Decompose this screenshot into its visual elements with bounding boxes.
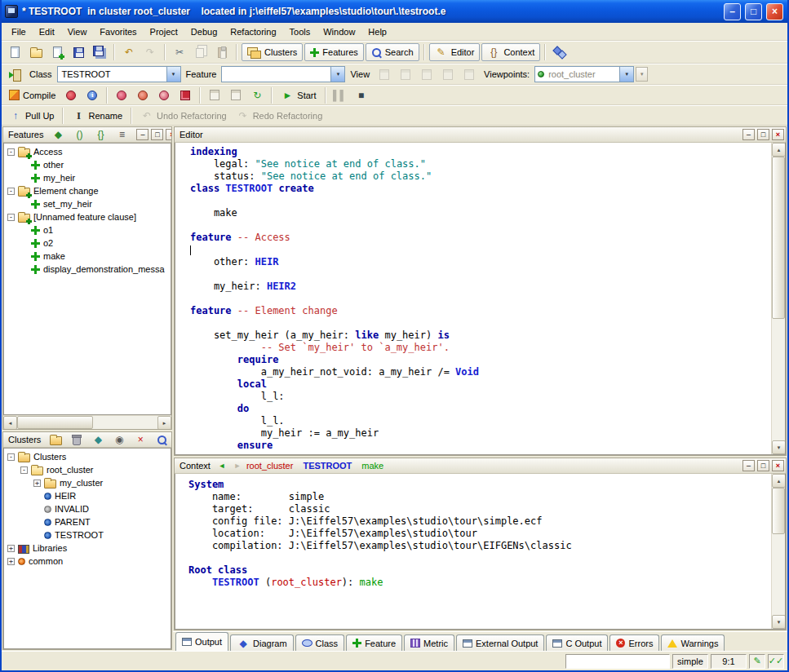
features-horizontal-scrollbar[interactable]: ◄ ► [3, 415, 171, 429]
scroll-thumb[interactable] [772, 157, 785, 319]
tab-metric[interactable]: Metric [404, 634, 454, 651]
redo-icon[interactable]: ↷ [140, 43, 160, 61]
formatter-interface-icon[interactable] [459, 65, 479, 83]
show-icon[interactable]: ◉ [109, 431, 129, 449]
formatter-clickable-icon[interactable] [396, 65, 415, 83]
diagram-tool-icon[interactable] [550, 43, 570, 61]
precompile-icon[interactable] [154, 86, 174, 104]
scroll-up-button[interactable]: ▲ [772, 143, 786, 157]
tree-item-parent[interactable]: PARENT [4, 515, 171, 528]
tree-item-libraries[interactable]: +Libraries [4, 542, 171, 555]
scroll-left-button[interactable]: ◄ [3, 416, 17, 430]
feature-list-icon[interactable]: ≡ [112, 126, 131, 144]
tree-item-heir[interactable]: HEIR [4, 489, 171, 502]
tree-item-make[interactable]: make [4, 250, 171, 263]
tab-errors[interactable]: ×Errors [609, 634, 659, 651]
tree-item-access[interactable]: -Access [4, 145, 171, 158]
scroll-track[interactable] [772, 534, 785, 615]
undo-refactoring-button[interactable]: ↶Undo Refactoring [136, 107, 231, 125]
features-close-button[interactable]: × [166, 129, 172, 140]
editor-panel-header[interactable]: Editor – □ × [175, 127, 786, 143]
editor-vertical-scrollbar[interactable]: ▲ ▼ [771, 143, 785, 454]
menu-edit[interactable]: Edit [33, 24, 61, 39]
tree-expander[interactable]: - [7, 214, 15, 221]
context-panel-header[interactable]: Context ◄ ► root_clusterTESTROOTmake – □… [175, 458, 786, 474]
breadcrumb-TESTROOT[interactable]: TESTROOT [303, 461, 352, 471]
scroll-up-button[interactable]: ▲ [772, 474, 786, 488]
menu-project[interactable]: Project [144, 24, 184, 39]
tree-item-unnamed-feature-clause[interactable]: -[Unnamed feature clause] [4, 210, 171, 223]
tree-expander[interactable]: + [7, 545, 15, 552]
features-minimize-button[interactable]: – [136, 129, 148, 140]
breadcrumb-make[interactable]: make [361, 461, 383, 471]
delete-icon[interactable] [67, 431, 86, 449]
tree-item-element-change[interactable]: -Element change [4, 184, 171, 197]
tree-item-clusters[interactable]: -Clusters [4, 450, 171, 463]
clusters-panel-header[interactable]: Clusters ◆◉× – □ × [3, 432, 171, 448]
editor-close-button[interactable]: × [772, 129, 784, 140]
tree-item-testroot[interactable]: TESTROOT [4, 528, 171, 542]
tab-c-output[interactable]: C Output [546, 634, 608, 651]
titlebar[interactable]: * TESTROOT in cluster root_cluster locat… [2, 0, 787, 23]
open-file-icon[interactable] [26, 43, 46, 61]
scroll-down-button[interactable]: ▼ [772, 440, 786, 454]
feature-combobox-arrow[interactable]: ▼ [330, 67, 344, 82]
rename-button[interactable]: IRename [68, 107, 126, 125]
pause-icon[interactable]: ▌▌ [330, 86, 350, 104]
tab-class[interactable]: Class [295, 634, 345, 651]
breadcrumb-root_cluster[interactable]: root_cluster [246, 461, 293, 471]
features-button[interactable]: Features [304, 43, 363, 61]
viewpoints-extra-arrow[interactable]: ▼ [636, 67, 648, 82]
viewpoints-combobox[interactable]: root_cluster ▼ [534, 66, 634, 82]
menu-help[interactable]: Help [361, 24, 393, 39]
search-small-icon[interactable] [152, 431, 171, 449]
tree-item-set-my-heir[interactable]: set_my_heir [4, 197, 171, 210]
tree-item-my-heir[interactable]: my_heir [4, 171, 171, 184]
context-vertical-scrollbar[interactable]: ▲ ▼ [771, 474, 785, 629]
tab-warnings[interactable]: Warnings [661, 634, 725, 651]
context-close-button[interactable]: × [772, 460, 784, 471]
new-file-icon[interactable] [5, 43, 24, 61]
tree-expander[interactable]: - [7, 148, 15, 156]
save-all-icon[interactable] [90, 43, 109, 61]
start-button[interactable]: ►Start [277, 86, 320, 104]
menu-tools[interactable]: Tools [283, 24, 317, 39]
menu-refactoring[interactable]: Refactoring [224, 24, 282, 39]
compile-info-icon[interactable]: i [82, 86, 102, 104]
editor-minimize-button[interactable]: – [742, 129, 755, 140]
editor-restore-button[interactable]: □ [757, 129, 769, 140]
outline-one-icon[interactable] [205, 86, 224, 104]
pull-up-button[interactable]: ↑Pull Up [5, 107, 58, 125]
scroll-track[interactable] [772, 319, 785, 440]
tree-expander[interactable]: + [7, 558, 15, 565]
tree-item-other[interactable]: other [4, 158, 171, 171]
status-input-field[interactable] [565, 654, 670, 669]
tree-item-invalid[interactable]: INVALID [4, 502, 171, 515]
features-panel-header[interactable]: Features ◆(){}≡ – □ × [3, 127, 171, 143]
tree-item-my-cluster[interactable]: +my_cluster [4, 476, 171, 489]
tab-feature[interactable]: Feature [346, 634, 402, 651]
tree-expander[interactable]: - [20, 466, 28, 474]
compile-button[interactable]: Compile [5, 86, 60, 104]
tab-external-output[interactable]: External Output [456, 634, 544, 651]
remove-icon[interactable]: × [131, 431, 150, 449]
gem-icon[interactable]: ◆ [88, 431, 108, 449]
scroll-thumb[interactable] [772, 488, 785, 534]
copy-icon[interactable] [191, 43, 211, 61]
scroll-thumb[interactable] [17, 416, 93, 429]
scroll-track[interactable] [93, 416, 157, 429]
maximize-button[interactable]: □ [745, 3, 762, 20]
tree-item-o1[interactable]: o1 [4, 223, 171, 237]
save-icon[interactable] [69, 43, 88, 61]
formatter-basic-icon[interactable] [375, 65, 394, 83]
refresh-icon[interactable]: ↻ [247, 86, 267, 104]
scroll-right-button[interactable]: ► [157, 416, 171, 430]
context-minimize-button[interactable]: – [742, 460, 755, 471]
history-forward-button[interactable]: ► [231, 460, 244, 472]
class-combobox-arrow[interactable]: ▼ [166, 67, 180, 82]
braces-icon[interactable]: {} [91, 126, 110, 144]
discover-melt-icon[interactable] [175, 86, 195, 104]
menu-favorites[interactable]: Favorites [93, 24, 143, 39]
tree-item-common[interactable]: +common [4, 555, 171, 568]
freeze-icon[interactable] [112, 86, 131, 104]
